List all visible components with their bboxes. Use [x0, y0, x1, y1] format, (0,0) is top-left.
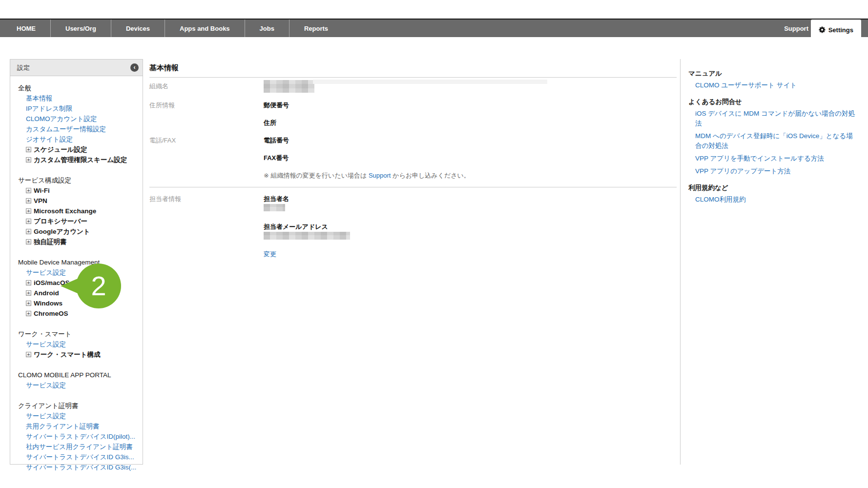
expand-plus-icon[interactable]: +: [26, 157, 31, 163]
redacted-smear: [313, 80, 547, 84]
sidebar-item-3-1[interactable]: +ワーク・スマート構成: [18, 349, 140, 360]
phone-fax-row: 電話/FAX 電話番号 FAX番号: [149, 136, 677, 163]
sidebar-item-0-6[interactable]: +カスタム管理権限スキーム設定: [18, 155, 140, 165]
postal-code-label: 郵便番号: [264, 101, 677, 110]
sidebar-item-chromeos[interactable]: +ChromeOS: [18, 308, 140, 319]
sidebar-item-5-1[interactable]: 共用クライアント証明書: [18, 421, 140, 431]
sidebar-item-id-g3is[interactable]: サイバートラストデバイスID G3is...: [18, 452, 140, 462]
sidebar-item-vpn[interactable]: +VPN: [18, 196, 140, 206]
sidebar-item-5-3[interactable]: 社内サービス用クライアント証明書: [18, 442, 140, 452]
nav-spacer: [343, 20, 771, 37]
nav-item-reports[interactable]: Reports: [289, 20, 343, 37]
contact-info-label: 担当者情報: [149, 194, 264, 259]
sidebar-item-0-0[interactable]: 基本情報: [18, 93, 140, 103]
sidebar-item-label: 共用クライアント証明書: [26, 421, 99, 431]
expand-plus-icon[interactable]: +: [26, 290, 31, 296]
sidebar-item-label: ChromeOS: [34, 308, 68, 319]
sidebar-section-title: ワーク・スマート: [18, 329, 140, 339]
help-section-title: マニュアル: [688, 68, 857, 79]
expand-plus-icon[interactable]: +: [26, 229, 31, 234]
contact-name-redacted-value: [264, 204, 285, 211]
nav-item-apps-and-books[interactable]: Apps and Books: [165, 20, 245, 37]
tab-settings[interactable]: Settings: [811, 20, 861, 40]
sidebar-item-1-3[interactable]: +プロキシサーバー: [18, 216, 140, 226]
sidebar-item-label: ワーク・スマート構成: [34, 349, 101, 360]
sidebar-item-label: サービス設定: [26, 411, 66, 421]
expand-plus-icon[interactable]: +: [26, 219, 31, 224]
note-text-suffix: からお申し込みください。: [391, 172, 470, 179]
sidebar-item-label: サイバートラストデバイスID G3is...: [26, 452, 134, 462]
section-divider: [149, 187, 677, 187]
help-link[interactable]: CLOMO ユーザーサポート サイト: [688, 81, 857, 90]
sidebar-item-0-4[interactable]: ジオサイト設定: [18, 134, 140, 144]
sidebar-item-label: Googleアカウント: [34, 226, 90, 237]
sidebar-item-label: サイバートラストデバイスID G3is(...: [26, 462, 136, 472]
sidebar-title: 設定: [17, 63, 30, 72]
sidebar-item-label: Windows: [34, 298, 62, 308]
expand-plus-icon[interactable]: +: [26, 188, 31, 193]
org-change-note: ※ 組織情報の変更を行いたい場合は Support からお申し込みください。: [264, 171, 677, 181]
basic-info-panel: 基本情報 組織名 住所情報 郵便番号 住所 電話/FAX 電話番号 FAX番号 …: [149, 63, 677, 259]
expand-plus-icon[interactable]: +: [26, 280, 31, 285]
sidebar-item-5-0[interactable]: サービス設定: [18, 411, 140, 421]
sidebar-item-google[interactable]: +Googleアカウント: [18, 226, 140, 237]
expand-plus-icon[interactable]: +: [26, 239, 31, 244]
page-title: 基本情報: [149, 63, 677, 78]
note-row: ※ 組織情報の変更を行いたい場合は Support からお申し込みください。: [149, 171, 677, 181]
contact-name-label: 担当者名: [264, 194, 677, 204]
help-link[interactable]: iOS デバイスに MDM コマンドが届かない場合の対処法: [688, 109, 857, 128]
nav-item-home[interactable]: HOME: [2, 20, 50, 37]
contact-row: 担当者情報 担当者名 担当者メールアドレス 変更: [149, 194, 677, 259]
fax-number-label: FAX番号: [264, 153, 677, 163]
expand-plus-icon[interactable]: +: [26, 301, 31, 306]
help-link[interactable]: CLOMO利用規約: [688, 195, 857, 204]
expand-plus-icon[interactable]: +: [26, 352, 31, 357]
sidebar-item-label: Android: [34, 288, 59, 298]
sidebar-item-label: ジオサイト設定: [26, 134, 73, 144]
contact-email-label: 担当者メールアドレス: [264, 222, 677, 232]
org-name-redacted-value: [264, 80, 314, 93]
help-panel: マニュアルCLOMO ユーザーサポート サイトよくあるお問合せiOS デバイスに…: [680, 59, 864, 465]
support-link[interactable]: Support: [369, 172, 391, 179]
change-link[interactable]: 変更: [264, 249, 276, 259]
expand-plus-icon[interactable]: +: [26, 198, 31, 203]
sidebar-item-label: カスタム管理権限スキーム設定: [34, 155, 127, 165]
sidebar-item-label: スケジュール設定: [34, 144, 87, 155]
sidebar-section-5: クライアント証明書サービス設定共用クライアント証明書サイバートラストデバイスID…: [18, 401, 140, 472]
sidebar-item-clomo[interactable]: CLOMOアカウント設定: [18, 114, 140, 124]
sidebar-item-wi-fi[interactable]: +Wi-Fi: [18, 185, 140, 196]
sidebar-item-label: CLOMOアカウント設定: [26, 114, 97, 124]
sidebar-item-label: サービス設定: [26, 339, 66, 349]
help-link[interactable]: VPP アプリのアップデート方法: [688, 166, 857, 176]
sidebar-section-0: 全般基本情報IPアドレス制限CLOMOアカウント設定カスタムユーザー情報設定ジオ…: [18, 83, 140, 165]
sidebar-item-ip[interactable]: IPアドレス制限: [18, 103, 140, 114]
nav-item-users-org[interactable]: Users/Org: [50, 20, 111, 37]
help-link[interactable]: MDM へのデバイス登録時に「iOS Device」となる場合の対処法: [688, 131, 857, 151]
sidebar-item-microsoft-exchange[interactable]: +Microsoft Exchange: [18, 206, 140, 216]
top-navigation-bar: HOMEUsers/OrgDevicesApps and BooksJobsRe…: [0, 19, 868, 37]
sidebar-section-3: ワーク・スマートサービス設定+ワーク・スマート構成: [18, 329, 140, 360]
nav-item-devices[interactable]: Devices: [111, 20, 165, 37]
sidebar-item-label: サービス設定: [26, 267, 66, 278]
gear-icon: [819, 26, 826, 33]
org-name-label: 組織名: [149, 81, 264, 93]
expand-plus-icon[interactable]: +: [26, 147, 31, 152]
callout-tail: [61, 277, 82, 295]
sidebar-item-0-3[interactable]: カスタムユーザー情報設定: [18, 124, 140, 134]
help-section-0: マニュアルCLOMO ユーザーサポート サイト: [688, 68, 857, 90]
sidebar-collapse-button[interactable]: ‹: [130, 63, 139, 72]
expand-plus-icon[interactable]: +: [26, 208, 31, 214]
nav-item-jobs[interactable]: Jobs: [245, 20, 289, 37]
sidebar-item-id-pilot[interactable]: サイバートラストデバイスID(pilot)...: [18, 431, 140, 442]
help-link[interactable]: VPP アプリを手動でインストールする方法: [688, 154, 857, 163]
sidebar-item-0-5[interactable]: +スケジュール設定: [18, 144, 140, 155]
sidebar-item-id-g3is[interactable]: サイバートラストデバイスID G3is(...: [18, 462, 140, 472]
sidebar-item-1-5[interactable]: +独自証明書: [18, 237, 140, 247]
sidebar-header: 設定 ‹: [10, 60, 143, 76]
expand-plus-icon[interactable]: +: [26, 311, 31, 316]
sidebar-item-3-0[interactable]: サービス設定: [18, 339, 140, 349]
sidebar-item-4-0[interactable]: サービス設定: [18, 380, 140, 390]
sidebar-item-label: Wi-Fi: [34, 185, 50, 196]
phone-fax-label: 電話/FAX: [149, 136, 264, 163]
sidebar-section-title: 全般: [18, 83, 140, 93]
